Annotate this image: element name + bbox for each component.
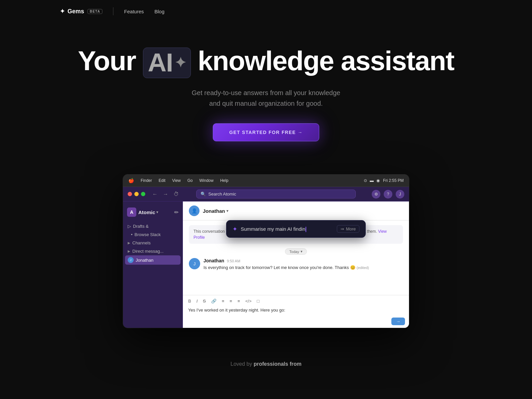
ai-popup-more-button[interactable]: ⇒ More [337, 225, 359, 233]
nav-features-link[interactable]: Features [124, 9, 144, 14]
logo: ✦ Gems BETA [60, 8, 102, 15]
mac-menu-right: ⊙ ▬ ◉ Fri 2:55 PM [364, 178, 404, 183]
block-button[interactable]: □ [256, 298, 261, 304]
ai-badge: AI ✦ [143, 48, 191, 78]
mac-help: Help [220, 178, 228, 183]
compose-icon[interactable]: ✏ [174, 209, 179, 215]
navbar: ✦ Gems BETA Features Blog [0, 0, 532, 23]
beta-badge: BETA [87, 9, 102, 14]
composer-bottom: → [187, 318, 405, 325]
message-content: Jonathan 9:50 AM Is everything on track … [203, 258, 403, 271]
mac-window: Window [200, 178, 214, 183]
hero-title: Your AI ✦ knowledge assistant [66, 46, 466, 78]
browse-icon: • [131, 232, 133, 237]
mac-time: Fri 2:55 PM [383, 178, 404, 183]
italic-button[interactable]: I [195, 298, 199, 304]
apple-icon: 🍎 [128, 178, 134, 183]
help-icon[interactable]: ? [384, 190, 392, 199]
send-button[interactable]: → [391, 318, 405, 325]
date-divider: Today ▾ [189, 248, 403, 255]
ai-spark-icon: ✦ [175, 55, 186, 70]
link-button[interactable]: 🔗 [210, 298, 218, 304]
nav-divider [113, 7, 113, 15]
jonathan-avatar: J [128, 257, 134, 263]
strikethrough-button[interactable]: S [201, 298, 207, 304]
sidebar-section: ▷ Drafts & • Browse Slack ▶ Channels ▶ [123, 221, 183, 266]
traffic-lights [128, 192, 145, 196]
ai-popup-text: Summarise my main AI findin [241, 226, 333, 232]
direct-arrow-icon: ▶ [128, 249, 130, 253]
drafts-icon: ▷ [128, 224, 131, 229]
user-avatar[interactable]: J [396, 190, 404, 199]
ai-popup-spark-icon: ✦ [232, 225, 237, 233]
send-icon: → [396, 319, 400, 324]
wifi-icon: ⊙ [364, 178, 367, 183]
code-button[interactable]: </> [244, 298, 253, 304]
chat-header: 👤 Jonathan ▾ [183, 201, 409, 220]
date-label: Today [289, 250, 299, 254]
clock-button[interactable]: ⏱ [173, 191, 180, 198]
composer-input[interactable]: Yes I've worked on it yesterday night. H… [187, 306, 405, 316]
hero-section: Your AI ✦ knowledge assistant Get ready-… [0, 23, 532, 161]
bold-button[interactable]: B [187, 298, 193, 304]
minimize-button[interactable] [134, 192, 139, 196]
message-avatar: J [189, 258, 200, 269]
message-text: Is everything on track for tomorrow? Let… [203, 264, 403, 271]
filter-icon[interactable]: ⚙ [372, 190, 380, 199]
main-content: 👤 Jonathan ▾ ✦ Summarise my main AI find… [183, 201, 409, 328]
footer-text: Loved by [230, 361, 253, 367]
channels-arrow-icon: ▶ [128, 241, 130, 245]
ai-popup: ✦ Summarise my main AI findin ⇒ More [226, 220, 366, 238]
chat-composer: B I S 🔗 ≡ ≡ ≡ </> □ Yes I've worked on i… [183, 295, 409, 328]
sidebar-item-jonathan[interactable]: J Jonathan [125, 255, 181, 265]
mac-view: View [172, 178, 181, 183]
search-bar[interactable]: 🔍 Search Atomic [196, 190, 356, 199]
sidebar: A Atomic ▾ ✏ ▷ Drafts & • Bro [123, 201, 183, 328]
logo-text: Gems [67, 8, 84, 15]
cta-button[interactable]: GET STARTED FOR FREE → [213, 123, 319, 141]
search-text: Search Atomic [208, 192, 236, 197]
app-body: A Atomic ▾ ✏ ▷ Drafts & • Bro [123, 201, 409, 328]
back-button[interactable]: ← [151, 191, 159, 198]
date-badge[interactable]: Today ▾ [285, 248, 307, 255]
unordered-list-button[interactable]: ≡ [228, 298, 234, 304]
cursor-icon [306, 227, 306, 232]
contact-name[interactable]: Jonathan ▾ [203, 208, 228, 214]
edited-label: (edited) [356, 266, 369, 270]
sidebar-item-drafts[interactable]: ▷ Drafts & [123, 222, 183, 230]
sidebar-item-label: Browse Slack [135, 232, 161, 237]
hero-subtitle: Get ready-to-use answers from all your k… [66, 87, 466, 109]
composer-toolbar: B I S 🔗 ≡ ≡ ≡ </> □ [187, 298, 405, 304]
sidebar-item-channels[interactable]: ▶ Channels [123, 239, 183, 247]
workspace-avatar: A [127, 207, 136, 217]
sidebar-item-browse[interactable]: • Browse Slack [123, 230, 183, 239]
mac-titlebar: 🍎 Finder Edit View Go Window Help ⊙ ▬ ◉ … [123, 175, 409, 187]
close-button[interactable] [128, 192, 132, 196]
mac-window: 🍎 Finder Edit View Go Window Help ⊙ ▬ ◉ … [123, 175, 409, 328]
sidebar-item-label: Drafts & [133, 224, 149, 229]
date-chevron-icon: ▾ [301, 249, 303, 254]
mac-finder: Finder [141, 178, 152, 183]
page-footer: Loved by professionals from [0, 348, 532, 374]
mac-wrapper: 🍎 Finder Edit View Go Window Help ⊙ ▬ ◉ … [0, 161, 532, 348]
mac-menu: 🍎 Finder Edit View Go Window Help [128, 178, 228, 183]
maximize-button[interactable] [141, 192, 145, 196]
user-icon: ◉ [376, 178, 380, 183]
app-chrome: ← → ⏱ 🔍 Search Atomic ⚙ ? J [123, 187, 409, 328]
nav-blog-link[interactable]: Blog [155, 9, 165, 14]
mac-edit: Edit [159, 178, 166, 183]
mac-status-icons: ⊙ ▬ ◉ [364, 178, 380, 183]
sidebar-header: A Atomic ▾ ✏ [123, 205, 183, 221]
message-row: J Jonathan 9:50 AM Is everything on trac… [189, 258, 403, 271]
sidebar-item-direct[interactable]: ▶ Direct messag... [123, 247, 183, 255]
forward-button[interactable]: → [162, 191, 169, 198]
indent-button[interactable]: ≡ [236, 298, 241, 304]
more-icon: ⇒ [340, 226, 344, 231]
contact-chevron-icon: ▾ [226, 209, 228, 213]
sidebar-item-label: Direct messag... [132, 249, 164, 254]
workspace-name: Atomic [138, 209, 155, 215]
search-icon: 🔍 [200, 192, 206, 197]
battery-icon: ▬ [370, 178, 374, 183]
ordered-list-button[interactable]: ≡ [220, 298, 226, 304]
logo-spark-icon: ✦ [60, 8, 65, 15]
